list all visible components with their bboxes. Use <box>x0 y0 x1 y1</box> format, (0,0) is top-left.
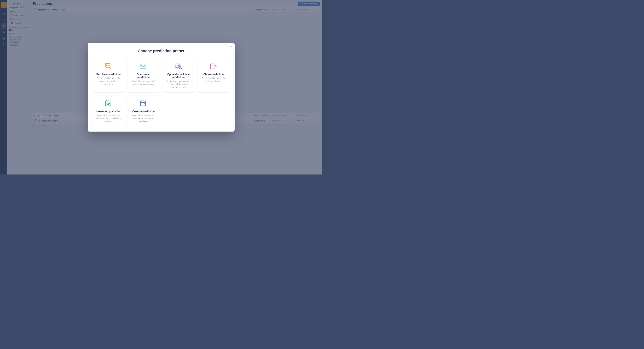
svg-point-2 <box>110 68 111 69</box>
purchase-prediction-card[interactable]: BUY Purchase prediction Predict the like… <box>92 58 125 93</box>
custom-card-title: Custom prediction <box>132 110 155 113</box>
optimal-email-card-title: Optimal email time prediction <box>166 73 192 78</box>
cards-grid-row1: BUY Purchase prediction Predict the like… <box>92 58 230 93</box>
churn-icon <box>209 62 218 70</box>
email-clock-icon <box>174 62 183 70</box>
in-session-prediction-card[interactable]: In-session prediction Predict if a custo… <box>92 95 125 127</box>
open-email-card-title: Open email prediction <box>130 73 157 78</box>
modal-title: Choose prediction preset <box>92 49 230 53</box>
in-session-card-desc: Predict if a customer will fulfill a sel… <box>96 114 122 123</box>
svg-line-18 <box>108 103 109 104</box>
svg-rect-5 <box>175 64 179 67</box>
svg-line-8 <box>181 67 181 68</box>
churn-card-desc: Predict the likelihood of a customer chu… <box>200 77 227 83</box>
svg-text:BUY: BUY <box>106 64 110 67</box>
buy-icon: BUY <box>104 62 113 70</box>
purchase-card-title: Purchase prediction <box>96 73 121 76</box>
purchase-card-desc: Predict the likelihood of a future purch… <box>96 77 122 86</box>
custom-icon <box>139 99 148 108</box>
prediction-preset-modal: × Choose prediction preset BUY Purchase … <box>88 43 234 132</box>
modal-overlay[interactable]: × Choose prediction preset BUY Purchase … <box>0 0 322 174</box>
open-email-card-desc: Predict if a customer will open a campai… <box>130 80 157 86</box>
custom-card-desc: Predict if a customer will match a custo… <box>130 114 157 123</box>
svg-point-21 <box>141 102 142 103</box>
optimal-email-card-desc: Predict when a customer is most likely t… <box>166 80 192 88</box>
session-icon <box>104 99 113 108</box>
in-session-card-title: In-session prediction <box>96 110 121 113</box>
modal-close-button[interactable]: × <box>230 45 232 48</box>
churn-card-title: Churn prediction <box>204 73 224 76</box>
custom-prediction-card[interactable]: Custom prediction Predict if a customer … <box>127 95 160 127</box>
optimal-email-prediction-card[interactable]: Optimal email time prediction Predict wh… <box>162 58 195 93</box>
cards-grid-row2: In-session prediction Predict if a custo… <box>92 95 230 127</box>
churn-prediction-card[interactable]: Churn prediction Predict the likelihood … <box>197 58 230 93</box>
svg-rect-19 <box>140 101 146 106</box>
email-icon <box>139 62 148 70</box>
open-email-prediction-card[interactable]: Open email prediction Predict if a custo… <box>127 58 160 93</box>
